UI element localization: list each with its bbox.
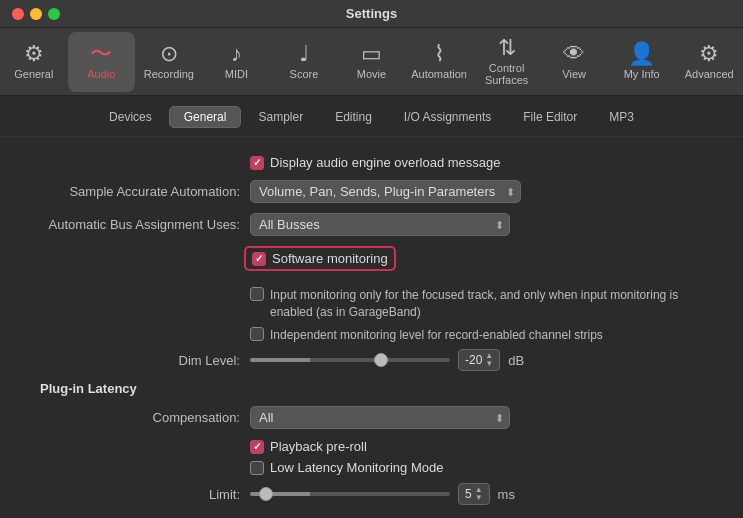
toolbar-audio-label: Audio	[87, 68, 115, 80]
toolbar-general[interactable]: ⚙ General	[0, 32, 68, 92]
software-monitoring-label: Software monitoring	[272, 251, 388, 266]
audio-icon: 〜	[90, 43, 112, 65]
display-audio-engine-checkbox-wrap[interactable]: Display audio engine overload message	[250, 155, 501, 170]
toolbar-control-surfaces[interactable]: ⇅ Control Surfaces	[473, 32, 541, 92]
toolbar-my-info[interactable]: 👤 My Info	[608, 32, 676, 92]
automation-icon: ⌇	[434, 43, 445, 65]
dim-level-arrows[interactable]: ▲ ▼	[485, 352, 493, 368]
independent-monitoring-checkbox[interactable]	[250, 327, 264, 341]
compensation-select-wrapper[interactable]: All	[250, 406, 510, 429]
independent-monitoring-label: Independent monitoring level for record-…	[270, 327, 603, 344]
toolbar-advanced[interactable]: ⚙ Advanced	[675, 32, 743, 92]
toolbar-movie[interactable]: ▭ Movie	[338, 32, 406, 92]
sample-accurate-select-wrapper[interactable]: Volume, Pan, Sends, Plug-in Parameters	[250, 180, 521, 203]
dim-level-value-box: -20 ▲ ▼	[458, 349, 500, 371]
dim-level-value: -20	[465, 353, 482, 367]
toolbar: ⚙ General 〜 Audio ⊙ Recording ♪ MIDI ♩ S…	[0, 28, 743, 96]
sample-accurate-row: Sample Accurate Automation: Volume, Pan,…	[40, 180, 703, 203]
my-info-icon: 👤	[628, 43, 655, 65]
compensation-select[interactable]: All	[250, 406, 510, 429]
toolbar-view[interactable]: 👁 View	[540, 32, 608, 92]
subtabs: Devices General Sampler Editing I/O Assi…	[0, 96, 743, 137]
independent-monitoring-row: Independent monitoring level for record-…	[40, 327, 703, 344]
subtab-io-assignments[interactable]: I/O Assignments	[389, 106, 506, 128]
close-button[interactable]	[12, 8, 24, 20]
sample-accurate-select[interactable]: Volume, Pan, Sends, Plug-in Parameters	[250, 180, 521, 203]
dim-level-down-arrow[interactable]: ▼	[485, 360, 493, 368]
limit-row: Limit: 5 ▲ ▼ ms	[40, 483, 703, 505]
subtab-editing[interactable]: Editing	[320, 106, 387, 128]
score-icon: ♩	[299, 43, 309, 65]
movie-icon: ▭	[361, 43, 382, 65]
limit-arrows[interactable]: ▲ ▼	[475, 486, 483, 502]
recording-icon: ⊙	[160, 43, 178, 65]
limit-value: 5	[465, 487, 472, 501]
general-icon: ⚙	[24, 43, 44, 65]
input-monitoring-checkbox[interactable]	[250, 287, 264, 301]
dim-level-row: Dim Level: -20 ▲ ▼ dB	[40, 349, 703, 371]
display-audio-engine-label: Display audio engine overload message	[270, 155, 501, 170]
toolbar-control-surfaces-label: Control Surfaces	[473, 62, 541, 86]
limit-control: 5 ▲ ▼ ms	[250, 483, 703, 505]
auto-bus-label: Automatic Bus Assignment Uses:	[40, 217, 240, 232]
input-monitoring-label: Input monitoring only for the focused tr…	[270, 287, 690, 321]
traffic-lights	[12, 8, 60, 20]
subtab-sampler[interactable]: Sampler	[243, 106, 318, 128]
minimize-button[interactable]	[30, 8, 42, 20]
maximize-button[interactable]	[48, 8, 60, 20]
compensation-control: All	[250, 406, 703, 429]
toolbar-advanced-label: Advanced	[685, 68, 734, 80]
subtab-devices[interactable]: Devices	[94, 106, 167, 128]
software-monitoring-row[interactable]: Software monitoring	[244, 246, 396, 271]
toolbar-view-label: View	[562, 68, 586, 80]
advanced-icon: ⚙	[699, 43, 719, 65]
limit-down-arrow[interactable]: ▼	[475, 494, 483, 502]
dim-level-control: -20 ▲ ▼ dB	[250, 349, 703, 371]
low-latency-checkbox[interactable]	[250, 461, 264, 475]
main-content: Display audio engine overload message Sa…	[0, 137, 743, 518]
subtab-general[interactable]: General	[169, 106, 242, 128]
display-audio-engine-checkbox[interactable]	[250, 156, 264, 170]
window-title: Settings	[346, 6, 397, 21]
auto-bus-control: All Busses	[250, 213, 703, 236]
view-icon: 👁	[563, 43, 585, 65]
limit-unit: ms	[498, 487, 515, 502]
low-latency-row: Low Latency Monitoring Mode	[40, 460, 703, 475]
sample-accurate-control: Volume, Pan, Sends, Plug-in Parameters	[250, 180, 703, 203]
dim-level-unit: dB	[508, 353, 524, 368]
toolbar-movie-label: Movie	[357, 68, 386, 80]
playback-preroll-wrap[interactable]: Playback pre-roll	[250, 439, 367, 454]
toolbar-recording-label: Recording	[144, 68, 194, 80]
title-bar: Settings	[0, 0, 743, 28]
display-audio-engine-row: Display audio engine overload message	[40, 155, 703, 170]
limit-label: Limit:	[40, 487, 240, 502]
playback-preroll-label: Playback pre-roll	[270, 439, 367, 454]
toolbar-score[interactable]: ♩ Score	[270, 32, 338, 92]
control-surfaces-icon: ⇅	[498, 37, 516, 59]
compensation-label: Compensation:	[40, 410, 240, 425]
playback-preroll-row: Playback pre-roll	[40, 439, 703, 454]
software-monitoring-container: Software monitoring	[40, 246, 703, 279]
dim-level-slider[interactable]	[250, 358, 450, 362]
low-latency-wrap[interactable]: Low Latency Monitoring Mode	[250, 460, 443, 475]
toolbar-automation[interactable]: ⌇ Automation	[405, 32, 473, 92]
auto-bus-select-wrapper[interactable]: All Busses	[250, 213, 510, 236]
limit-slider[interactable]	[250, 492, 450, 496]
toolbar-score-label: Score	[290, 68, 319, 80]
auto-bus-select[interactable]: All Busses	[250, 213, 510, 236]
software-monitoring-checkbox[interactable]	[252, 252, 266, 266]
sample-accurate-label: Sample Accurate Automation:	[40, 184, 240, 199]
toolbar-midi[interactable]: ♪ MIDI	[203, 32, 271, 92]
input-monitoring-row: Input monitoring only for the focused tr…	[40, 287, 703, 321]
toolbar-midi-label: MIDI	[225, 68, 248, 80]
toolbar-my-info-label: My Info	[624, 68, 660, 80]
low-latency-label: Low Latency Monitoring Mode	[270, 460, 443, 475]
toolbar-recording[interactable]: ⊙ Recording	[135, 32, 203, 92]
plugin-latency-heading: Plug-in Latency	[40, 381, 703, 396]
limit-value-box: 5 ▲ ▼	[458, 483, 490, 505]
toolbar-audio[interactable]: 〜 Audio	[68, 32, 136, 92]
subtab-mp3[interactable]: MP3	[594, 106, 649, 128]
dim-level-label: Dim Level:	[40, 353, 240, 368]
playback-preroll-checkbox[interactable]	[250, 440, 264, 454]
subtab-file-editor[interactable]: File Editor	[508, 106, 592, 128]
